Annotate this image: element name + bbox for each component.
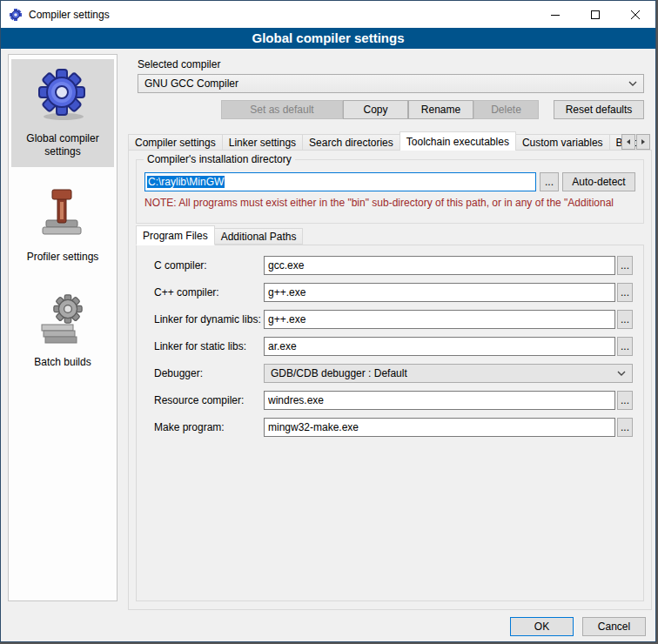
- debugger-row: Debugger: GDB/CDB debugger : Default: [154, 364, 633, 383]
- static-linker-input[interactable]: [264, 337, 615, 356]
- reset-defaults-button[interactable]: Reset defaults: [554, 100, 644, 119]
- bin-subdirectory-note: NOTE: All programs must exist either in …: [144, 197, 641, 209]
- sidebar-item-global-compiler-settings[interactable]: Global compiler settings: [11, 59, 114, 167]
- toolchain-executables-panel: Compiler's installation directory C:\ray…: [128, 150, 652, 610]
- installation-directory-row: C:\raylib\MinGW ... Auto-detect: [144, 172, 635, 191]
- debugger-dropdown[interactable]: GDB/CDB debugger : Default: [264, 364, 633, 383]
- tab-toolchain-executables[interactable]: Toolchain executables: [400, 131, 516, 151]
- settings-tabstrip: Compiler settings Linker settings Search…: [128, 131, 652, 151]
- close-icon: [631, 10, 640, 19]
- sidebar-item-profiler-settings[interactable]: Profiler settings: [11, 178, 114, 272]
- c-compiler-input[interactable]: [264, 256, 615, 275]
- static-linker-label: Linker for static libs:: [154, 340, 264, 352]
- debugger-value: GDB/CDB debugger : Default: [271, 367, 407, 379]
- window-title: Compiler settings: [29, 9, 110, 21]
- page-title: Global compiler settings: [1, 28, 655, 49]
- delete-button: Delete: [473, 100, 539, 119]
- rename-button[interactable]: Rename: [408, 100, 473, 119]
- program-files-panel: C compiler: ... C++ compiler: ... Linker…: [136, 245, 644, 601]
- cancel-button[interactable]: Cancel: [582, 617, 646, 636]
- cpp-compiler-row: C++ compiler: ...: [154, 283, 633, 302]
- gray-gear-stack-icon: [35, 290, 91, 345]
- main-area: Selected compiler GNU GCC Compiler Set a…: [128, 54, 652, 611]
- tab-linker-settings[interactable]: Linker settings: [222, 134, 303, 151]
- ok-button[interactable]: OK: [510, 617, 574, 636]
- settings-sidebar: Global compiler settings Profiler settin…: [8, 54, 118, 601]
- caption-buttons: [535, 1, 655, 28]
- installation-directory-input[interactable]: C:\raylib\MinGW: [144, 172, 536, 191]
- resource-compiler-input[interactable]: [264, 391, 615, 410]
- make-program-row: Make program: ...: [154, 418, 633, 437]
- c-compiler-row: C compiler: ...: [154, 256, 633, 275]
- tab-scroll-arrows: [621, 134, 650, 150]
- titlebar: Compiler settings: [1, 1, 655, 28]
- sidebar-item-label: Global compiler settings: [13, 132, 112, 158]
- sidebar-item-label: Batch builds: [34, 356, 91, 369]
- installation-directory-group-title: Compiler's installation directory: [144, 153, 295, 165]
- sidebar-item-batch-builds[interactable]: Batch builds: [11, 283, 114, 378]
- selected-compiler-label: Selected compiler: [138, 58, 220, 70]
- selected-compiler-dropdown[interactable]: GNU GCC Compiler: [138, 74, 644, 93]
- arrow-left-icon: [625, 138, 632, 145]
- resource-compiler-label: Resource compiler:: [154, 394, 264, 406]
- c-compiler-label: C compiler:: [154, 259, 264, 272]
- cpp-compiler-browse-button[interactable]: ...: [617, 283, 633, 302]
- set-as-default-button: Set as default: [221, 100, 343, 119]
- compiler-settings-dialog: Compiler settings Global compiler settin…: [0, 0, 656, 642]
- maximize-icon: [591, 10, 600, 19]
- profiler-tool-icon: [35, 184, 91, 240]
- resource-compiler-browse-button[interactable]: ...: [617, 391, 633, 410]
- app-icon: [9, 8, 23, 22]
- installation-directory-group: Compiler's installation directory C:\ray…: [136, 159, 644, 224]
- cpp-compiler-label: C++ compiler:: [154, 286, 264, 299]
- tab-custom-variables[interactable]: Custom variables: [515, 134, 610, 151]
- installation-directory-value: C:\raylib\MinGW: [147, 176, 225, 188]
- installation-directory-browse-button[interactable]: ...: [540, 172, 559, 191]
- tab-scroll-right-button[interactable]: [636, 134, 650, 150]
- debugger-label: Debugger:: [154, 367, 264, 379]
- copy-button[interactable]: Copy: [343, 100, 408, 119]
- dialog-footer: OK Cancel: [510, 617, 646, 636]
- tab-search-directories[interactable]: Search directories: [302, 134, 400, 151]
- minimize-icon: [551, 10, 560, 19]
- dynamic-linker-browse-button[interactable]: ...: [617, 310, 633, 329]
- static-linker-browse-button[interactable]: ...: [617, 337, 633, 356]
- blue-gear-icon: [35, 66, 91, 122]
- resource-compiler-row: Resource compiler: ...: [154, 391, 633, 410]
- close-button[interactable]: [615, 1, 655, 28]
- tab-program-files[interactable]: Program Files: [136, 225, 215, 245]
- chevron-down-icon: [628, 81, 637, 86]
- c-compiler-browse-button[interactable]: ...: [617, 256, 633, 275]
- program-files-tabstrip: Program Files Additional Paths: [136, 226, 644, 245]
- compiler-button-row: Set as default Copy Rename Delete Reset …: [138, 100, 644, 119]
- selected-compiler-value: GNU GCC Compiler: [144, 77, 238, 90]
- cpp-compiler-input[interactable]: [264, 283, 615, 302]
- minimize-button[interactable]: [535, 1, 575, 28]
- arrow-right-icon: [640, 138, 647, 145]
- sidebar-item-label: Profiler settings: [27, 251, 99, 264]
- make-program-label: Make program:: [154, 421, 264, 433]
- maximize-button[interactable]: [575, 1, 615, 28]
- make-program-browse-button[interactable]: ...: [617, 418, 633, 437]
- tab-compiler-settings[interactable]: Compiler settings: [128, 134, 223, 151]
- auto-detect-button[interactable]: Auto-detect: [562, 172, 635, 191]
- dynamic-linker-row: Linker for dynamic libs: ...: [154, 310, 633, 329]
- chevron-down-icon: [617, 371, 626, 376]
- tab-scroll-left-button[interactable]: [621, 134, 635, 150]
- dynamic-linker-label: Linker for dynamic libs:: [154, 313, 264, 325]
- tab-additional-paths[interactable]: Additional Paths: [214, 228, 304, 245]
- static-linker-row: Linker for static libs: ...: [154, 337, 633, 356]
- make-program-input[interactable]: [264, 418, 615, 437]
- dynamic-linker-input[interactable]: [264, 310, 615, 329]
